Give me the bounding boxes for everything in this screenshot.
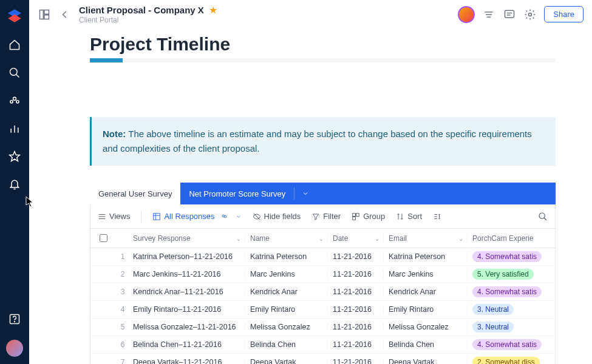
note-callout: Note: The above timeline is an estimate … (90, 117, 556, 166)
table-row[interactable]: 4Emily Rintaro–11-21-2016Emily Rintaro11… (90, 301, 555, 318)
cell-experience[interactable]: 4. Somewhat satis (467, 251, 555, 262)
group-button[interactable]: Group (352, 212, 385, 221)
cell-date[interactable]: 11-21-2016 (327, 340, 383, 349)
cell-experience[interactable]: 3. Neutral (467, 304, 555, 315)
col-experience[interactable]: PorchCam Experie (467, 234, 555, 243)
people-icon[interactable] (7, 93, 22, 108)
cell-experience[interactable]: 5. Very satisfied (467, 269, 555, 280)
title-block: Client Proposal - Company X ★ Client Por… (79, 4, 217, 24)
cell-survey-response[interactable]: Melissa Gonzalez–11-21-2016 (129, 323, 245, 331)
list-icon[interactable] (482, 8, 495, 21)
survey-tabs: General User Survey Net Promoter Score S… (90, 183, 556, 204)
cell-survey-response[interactable]: Belinda Chen–11-21-2016 (129, 340, 245, 349)
table-row[interactable]: 2Marc Jenkins–11-21-2016Marc Jenkins11-2… (90, 266, 555, 283)
svg-point-20 (529, 13, 532, 16)
app-logo-icon[interactable] (6, 7, 23, 24)
share-button[interactable]: Share (544, 6, 583, 22)
hide-fields-button[interactable]: Hide fields (253, 212, 301, 221)
row-height-button[interactable] (433, 212, 441, 221)
cell-survey-response[interactable]: Deepa Vartak–11-21-2016 (129, 358, 245, 364)
views-menu[interactable]: Views (98, 212, 130, 221)
help-icon[interactable] (7, 312, 22, 326)
user-avatar[interactable] (458, 6, 475, 23)
table-row[interactable]: 6Belinda Chen–11-21-2016Belinda Chen11-2… (90, 336, 555, 354)
svg-point-2 (13, 97, 16, 100)
cell-experience[interactable]: 4. Somewhat satis (467, 339, 555, 350)
cell-name[interactable]: Marc Jenkins (245, 270, 327, 278)
cell-name[interactable]: Deepa Vartak (245, 358, 327, 364)
svg-line-1 (16, 75, 19, 78)
tab-nps-survey[interactable]: Net Promoter Score Survey (180, 183, 294, 204)
bell-icon[interactable] (7, 177, 22, 192)
col-date[interactable]: Date⌄ (327, 234, 383, 243)
cell-date[interactable]: 11-21-2016 (327, 270, 383, 278)
doc-title[interactable]: Client Proposal - Company X (79, 5, 204, 15)
cell-email[interactable]: Marc Jenkins (383, 270, 467, 278)
cell-survey-response[interactable]: Emily Rintaro–11-21-2016 (129, 305, 245, 314)
chevron-down-icon[interactable]: ⌄ (375, 235, 379, 241)
home-icon[interactable] (7, 38, 22, 52)
cell-survey-response[interactable]: Kendrick Anar–11-21-2016 (129, 288, 245, 296)
cell-name[interactable]: Melissa Gonzalez (245, 323, 327, 331)
chevron-down-icon[interactable]: ⌄ (319, 235, 324, 241)
table-toolbar: Views All Responses Hide fields Filter G… (90, 204, 556, 229)
filter-button[interactable]: Filter (311, 212, 341, 221)
row-number: 2 (116, 270, 129, 278)
cell-survey-response[interactable]: Katrina Peterson–11-21-2016 (129, 252, 245, 261)
cell-name[interactable]: Kendrick Anar (245, 288, 327, 296)
comment-icon[interactable] (503, 8, 516, 21)
svg-point-28 (224, 215, 226, 218)
all-responses-view[interactable]: All Responses (152, 212, 241, 221)
cell-email[interactable]: Emily Rintaro (383, 305, 467, 314)
note-text: The above timeline is an estimate and ma… (103, 129, 532, 153)
chevron-down-icon[interactable]: ⌄ (458, 235, 463, 241)
tab-more-chevron-icon[interactable] (294, 183, 316, 204)
tab-general-survey[interactable]: General User Survey (90, 183, 180, 204)
favorite-star-icon[interactable]: ★ (209, 4, 217, 16)
topbar: Client Proposal - Company X ★ Client Por… (29, 0, 592, 29)
cell-experience[interactable]: 4. Somewhat satis (467, 286, 555, 297)
cell-email[interactable]: Kendrick Anar (383, 288, 467, 296)
cell-date[interactable]: 11-21-2016 (327, 305, 383, 314)
analytics-icon[interactable] (7, 121, 22, 136)
page-heading: Project Timeline (90, 34, 556, 55)
table-row[interactable]: 1Katrina Peterson–11-21-2016Katrina Pete… (90, 248, 555, 266)
col-survey-response[interactable]: Survey Response⌄ (129, 234, 245, 243)
svg-rect-24 (154, 213, 160, 220)
gear-icon[interactable] (523, 8, 537, 21)
layout-icon[interactable] (38, 8, 51, 21)
cell-survey-response[interactable]: Marc Jenkins–11-21-2016 (129, 270, 245, 278)
cell-date[interactable]: 11-21-2016 (327, 252, 383, 261)
table-row[interactable]: 5Melissa Gonzalez–11-21-2016Melissa Gonz… (90, 318, 555, 336)
cell-name[interactable]: Emily Rintaro (245, 305, 327, 314)
table-search-icon[interactable] (538, 212, 548, 221)
heading-underline (90, 58, 556, 62)
cell-email[interactable]: Deepa Vartak (383, 358, 467, 364)
col-email[interactable]: Email⌄ (383, 234, 467, 243)
cell-date[interactable]: 11-21-2016 (327, 323, 383, 331)
cell-experience[interactable]: 2. Somewhat diss (467, 357, 555, 364)
back-icon[interactable] (58, 8, 72, 21)
cell-date[interactable]: 11-21-2016 (327, 288, 383, 296)
svg-rect-12 (44, 10, 49, 14)
sidebar-avatar[interactable] (6, 340, 23, 357)
table-row[interactable]: 7Deepa Vartak–11-21-2016Deepa Vartak11-2… (90, 354, 555, 364)
cell-name[interactable]: Belinda Chen (245, 340, 327, 349)
cell-email[interactable]: Belinda Chen (383, 340, 467, 349)
table-row[interactable]: 3Kendrick Anar–11-21-2016Kendrick Anar11… (90, 283, 555, 301)
search-icon[interactable] (7, 66, 22, 80)
sort-button[interactable]: Sort (396, 212, 422, 221)
cell-email[interactable]: Katrina Peterson (383, 252, 467, 261)
svg-line-37 (544, 218, 546, 220)
chevron-down-icon[interactable]: ⌄ (236, 235, 241, 241)
col-name[interactable]: Name⌄ (245, 234, 327, 243)
star-icon[interactable] (7, 149, 22, 164)
select-all-checkbox[interactable] (100, 234, 107, 242)
svg-point-36 (539, 213, 545, 218)
cell-date[interactable]: 11-21-2016 (327, 358, 383, 364)
cell-email[interactable]: Melissa Gonzalez (383, 323, 467, 331)
cell-experience[interactable]: 3. Neutral (467, 322, 555, 332)
cell-name[interactable]: Katrina Peterson (245, 252, 327, 261)
content-scroll[interactable]: Project Timeline Note: The above timelin… (29, 29, 592, 364)
row-number: 7 (116, 358, 129, 364)
